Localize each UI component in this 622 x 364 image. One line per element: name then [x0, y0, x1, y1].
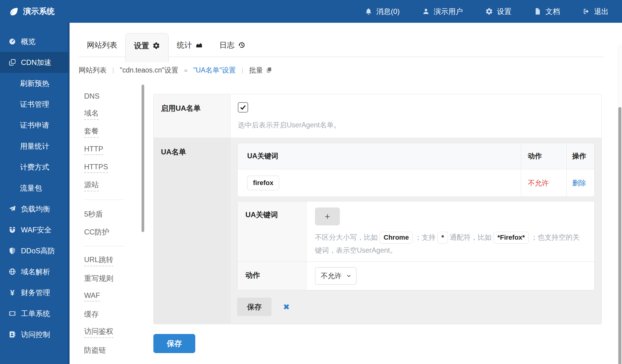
menu-item-hotlink[interactable]: 防盗链	[84, 341, 144, 359]
sidebar-item-cdn[interactable]: CDN加速	[0, 52, 70, 73]
navbar-menu: 消息(0) 演示用户 设置 文档	[365, 7, 609, 16]
navbar-docs[interactable]: 文档	[534, 7, 560, 16]
menu-item-rewrite[interactable]: 重写规则	[84, 269, 144, 287]
sidebar-item-dns-resolve[interactable]: 域名解析	[0, 261, 70, 282]
breadcrumb-current[interactable]: "UA名单"设置	[193, 66, 236, 75]
breadcrumb-batch[interactable]: 批量	[249, 66, 272, 75]
editor-actions: 保存 ✖	[237, 298, 595, 316]
sign-out-icon	[583, 8, 590, 15]
menu-item-domain[interactable]: 域名	[84, 105, 144, 123]
enable-ua-checkbox[interactable]	[238, 102, 248, 113]
menu-item-plan[interactable]: 套餐	[84, 123, 144, 141]
app: 演示系统 消息(0) 演示用户 设置	[0, 0, 622, 364]
sidebar-item-overview[interactable]: 概览	[0, 31, 70, 52]
tabstrip: 网站列表 设置 统计 日志	[79, 33, 604, 57]
settings-menu-scrollbar[interactable]	[142, 85, 144, 232]
check-icon	[239, 104, 247, 111]
sidebar-subitem-cert-apply[interactable]: 证书申请	[0, 115, 70, 136]
add-keyword-button[interactable]: +	[315, 207, 340, 225]
breadcrumb-arrow: »	[184, 67, 187, 74]
tab-settings[interactable]: 设置	[125, 33, 169, 62]
editor-save-button[interactable]: 保存	[237, 298, 272, 316]
editor-keyword-row: UA关键词 + 不区分大小写，比如Chrome；支持*通配符，比如*Firefo…	[238, 201, 594, 261]
sidebar-item-label: 概览	[21, 37, 36, 46]
sidebar-subitem-refresh[interactable]: 刷新预热	[0, 73, 70, 94]
breadcrumb-site-list[interactable]: 网站列表	[79, 66, 107, 75]
menu-item-dns[interactable]: DNS	[84, 87, 144, 105]
tab-stats[interactable]: 统计	[169, 33, 211, 57]
editor-keyword-label: UA关键词	[238, 201, 306, 261]
menu-item-url-redirect[interactable]: URL跳转	[84, 251, 144, 269]
breadcrumb: 网站列表 | "cdn.teaos.cn"设置 » "UA名单"设置 | 批量	[79, 63, 610, 77]
kbd-wildcard: *	[437, 232, 448, 244]
sidebar-item-tickets[interactable]: 工单系统	[0, 303, 70, 324]
navbar-messages[interactable]: 消息(0)	[365, 7, 400, 16]
leaf-icon	[9, 7, 19, 16]
col-action-header: 动作	[521, 143, 566, 169]
top-navbar: 演示系统 消息(0) 演示用户 设置	[0, 0, 622, 23]
tab-logs[interactable]: 日志	[211, 33, 254, 57]
ticket-icon	[8, 310, 16, 317]
sidebar: 概览 CDN加速 刷新预热 证书管理 证书申请 用量统计 计费方式 流量包	[0, 23, 70, 364]
row-action: 不允许	[528, 178, 549, 188]
magnet-icon	[8, 226, 16, 234]
sidebar-subitem-traffic-pack[interactable]: 流量包	[0, 177, 70, 198]
action-select[interactable]: 不允许	[315, 267, 357, 285]
ua-form: 启用UA名单 选中后表示开启UserAgent名单。 UA名单	[153, 80, 602, 364]
col-ops-header: 操作	[566, 143, 594, 169]
sidebar-item-load-balance[interactable]: 负载均衡	[0, 198, 70, 219]
sidebar-subitem-usage[interactable]: 用量统计	[0, 136, 70, 157]
menu-item-5s-shield[interactable]: 5秒盾	[84, 205, 144, 223]
ua-list-row: UA名单 UA关键词 动作 操作	[154, 138, 601, 324]
delete-link[interactable]: 删除	[572, 178, 586, 188]
navbar-user[interactable]: 演示用户	[422, 7, 463, 16]
enable-ua-content: 选中后表示开启UserAgent名单。	[231, 94, 601, 138]
menu-item-cc[interactable]: CC防护	[84, 223, 144, 241]
sidebar-cdn-submenu: 刷新预热 证书管理 证书申请 用量统计 计费方式 流量包	[0, 73, 70, 198]
cancel-icon[interactable]: ✖	[283, 303, 290, 311]
navbar-logout-label: 退出	[594, 7, 609, 16]
enable-ua-row: 启用UA名单 选中后表示开启UserAgent名单。	[154, 94, 601, 138]
tab-site-list[interactable]: 网站列表	[79, 33, 125, 57]
shield-icon	[8, 247, 16, 254]
menu-item-https[interactable]: HTTPS	[84, 159, 144, 177]
navbar-settings[interactable]: 设置	[485, 7, 511, 16]
navbar-logout[interactable]: 退出	[583, 7, 609, 16]
ua-list-content: UA关键词 动作 操作 firefox	[231, 138, 601, 324]
gear-icon	[152, 42, 160, 49]
navbar-messages-label: 消息(0)	[376, 7, 400, 16]
page-scrollbar	[618, 46, 622, 364]
sidebar-item-finance[interactable]: ¥ 财务管理	[0, 282, 70, 303]
gear-icon	[485, 8, 493, 15]
sidebar-subitem-billing[interactable]: 计费方式	[0, 157, 70, 177]
copy-icon	[266, 67, 272, 73]
page-scrollbar-thumb[interactable]	[618, 107, 621, 364]
navbar-user-label: 演示用户	[434, 7, 463, 16]
menu-item-waf[interactable]: WAF	[84, 287, 144, 305]
col-keyword-header: UA关键词	[238, 143, 521, 169]
address-book-icon	[8, 331, 16, 338]
enable-ua-label: 启用UA名单	[154, 94, 231, 138]
kbd-firefox-wildcard: *Firefox*	[494, 232, 529, 244]
sidebar-item-waf[interactable]: WAF安全	[0, 219, 70, 240]
editor-action-row: 动作 不允许	[238, 261, 594, 290]
action-select-value: 不允许	[321, 271, 342, 281]
editor-action-label: 动作	[238, 262, 306, 290]
sidebar-item-access-control[interactable]: 访问控制	[0, 324, 70, 345]
sidebar-item-ddos[interactable]: DDoS高防	[0, 240, 70, 261]
menu-item-http[interactable]: HTTP	[84, 141, 144, 159]
breadcrumb-domain-settings[interactable]: "cdn.teaos.cn"设置	[120, 66, 178, 75]
menu-item-auth[interactable]: 访问鉴权	[84, 323, 144, 341]
keyword-badge: firefox	[247, 176, 279, 190]
navbar-docs-label: 文档	[545, 7, 560, 16]
sidebar-item-label: CDN加速	[21, 58, 51, 67]
menu-item-origin[interactable]: 源站	[84, 177, 144, 194]
clone-icon	[8, 59, 16, 66]
main-content: 网站列表 设置 统计 日志	[70, 23, 622, 364]
sidebar-subitem-cert-manage[interactable]: 证书管理	[0, 94, 70, 115]
save-button[interactable]: 保存	[153, 334, 195, 353]
table-header: UA关键词 动作 操作	[238, 143, 594, 169]
ua-form-box: 启用UA名单 选中后表示开启UserAgent名单。 UA名单	[153, 94, 602, 324]
menu-item-cache[interactable]: 缓存	[84, 305, 144, 323]
brand[interactable]: 演示系统	[9, 6, 55, 17]
